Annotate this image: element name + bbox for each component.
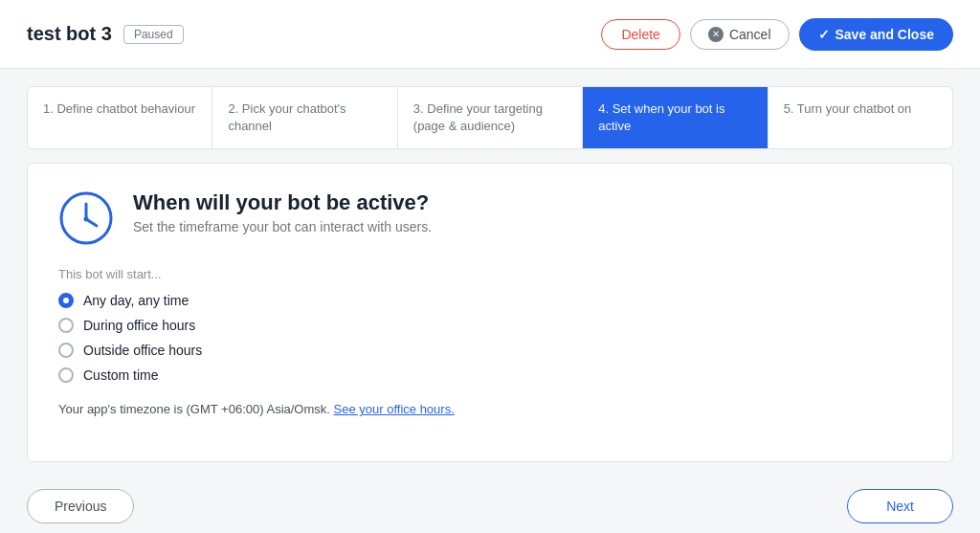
radio-group: Any day, any time During office hours Ou… <box>58 293 922 383</box>
radio-office-hours[interactable]: During office hours <box>58 318 922 333</box>
office-hours-link[interactable]: See your office hours. <box>334 402 455 416</box>
radio-outside-hours-label: Outside office hours <box>83 343 202 358</box>
header-right: Delete ✕ Cancel ✓ Save and Close <box>601 18 953 51</box>
step-1[interactable]: 1. Define chatbot behaviour <box>28 87 212 148</box>
save-label: Save and Close <box>835 27 935 42</box>
save-close-button[interactable]: ✓ Save and Close <box>799 18 954 51</box>
paused-badge: Paused <box>123 25 184 44</box>
radio-custom-time-circle <box>58 367 74 383</box>
radio-custom-time[interactable]: Custom time <box>58 367 922 383</box>
step-3[interactable]: 3. Define your targeting (page & audienc… <box>398 87 583 148</box>
cancel-label: Cancel <box>729 27 771 42</box>
delete-button[interactable]: Delete <box>601 19 679 50</box>
previous-button[interactable]: Previous <box>27 489 134 523</box>
bot-start-label: This bot will start... <box>58 267 922 281</box>
content-subtitle: Set the timeframe your bot can interact … <box>133 219 432 234</box>
footer: Previous Next <box>0 479 980 533</box>
cancel-button[interactable]: ✕ Cancel <box>690 19 790 50</box>
step-2[interactable]: 2. Pick your chatbot's channel <box>212 87 397 148</box>
timezone-info: Your app's timezone is (GMT +06:00) Asia… <box>58 402 922 416</box>
header-left: test bot 3 Paused <box>27 23 601 45</box>
svg-point-3 <box>84 217 89 222</box>
header: test bot 3 Paused Delete ✕ Cancel ✓ Save… <box>0 0 980 69</box>
radio-any-day-circle <box>58 293 74 308</box>
content-header: When will your bot be active? Set the ti… <box>58 190 922 246</box>
main-content: 1. Define chatbot behaviour 2. Pick your… <box>0 69 980 479</box>
checkmark-icon: ✓ <box>818 27 830 42</box>
radio-outside-hours[interactable]: Outside office hours <box>58 343 922 358</box>
steps-nav: 1. Define chatbot behaviour 2. Pick your… <box>27 86 953 149</box>
radio-any-day[interactable]: Any day, any time <box>58 293 922 308</box>
radio-office-hours-circle <box>58 318 74 333</box>
timezone-prefix: Your app's timezone is (GMT +06:00) Asia… <box>58 402 330 416</box>
cancel-icon: ✕ <box>708 27 724 42</box>
clock-icon <box>58 190 114 246</box>
radio-outside-hours-circle <box>58 343 74 358</box>
radio-any-day-label: Any day, any time <box>83 293 189 308</box>
step-4[interactable]: 4. Set when your bot is active <box>583 87 768 148</box>
bot-name: test bot 3 <box>27 23 112 45</box>
step-5[interactable]: 5. Turn your chatbot on <box>768 87 952 148</box>
next-button[interactable]: Next <box>847 489 953 523</box>
content-title: When will your bot be active? <box>133 190 432 215</box>
radio-office-hours-label: During office hours <box>83 318 195 333</box>
radio-custom-time-label: Custom time <box>83 367 159 383</box>
content-header-text: When will your bot be active? Set the ti… <box>133 190 432 234</box>
content-card: When will your bot be active? Set the ti… <box>27 163 953 462</box>
